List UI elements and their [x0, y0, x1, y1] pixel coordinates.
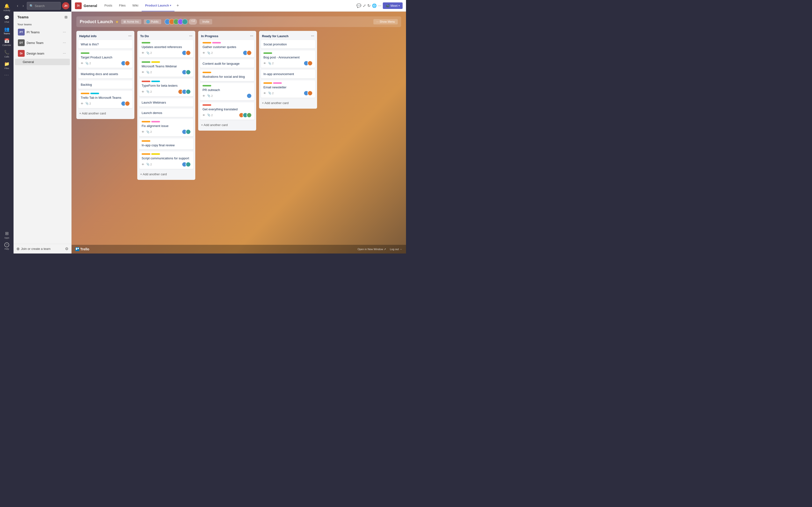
- tab-product-launch[interactable]: Product Launch ▾: [142, 0, 174, 11]
- chat-action-icon[interactable]: 💬: [356, 3, 361, 8]
- search-bar[interactable]: 🔍 Search: [27, 2, 61, 10]
- column-to-do-more[interactable]: ···: [189, 34, 192, 38]
- nav-forward-button[interactable]: ›: [21, 3, 25, 9]
- sidebar-item-teams[interactable]: 👥 Teams: [1, 25, 12, 36]
- card-content-audit[interactable]: Content audit for language: [200, 59, 254, 68]
- label-orange: [81, 93, 89, 94]
- sidebar-item-calendar[interactable]: 📅 Calendar: [1, 37, 12, 48]
- teams-panel: ‹ › 🔍 Search JH Teams ⊟ Your teams PT PI…: [13, 0, 71, 253]
- demo-team-more-button[interactable]: ···: [62, 40, 67, 45]
- column-in-progress-header: In Progress ···: [200, 33, 254, 40]
- label-yellow: [151, 153, 160, 155]
- label-teal: [151, 80, 160, 82]
- channel-item-general[interactable]: General: [15, 59, 70, 65]
- tab-files[interactable]: Files: [115, 0, 129, 11]
- sidebar-item-calls[interactable]: 📞 Calls: [1, 48, 12, 59]
- card-backlog[interactable]: Backlog: [78, 80, 133, 89]
- team-item-design-team[interactable]: Dr Design team ···: [15, 48, 70, 59]
- tab-wiki[interactable]: Wiki: [129, 0, 142, 11]
- card-ms-teams-webinar[interactable]: Microsoft Teams Webinar 👁 📎2: [139, 59, 193, 77]
- card-target-product-launch[interactable]: Target Product Launch 👁 📎2: [78, 50, 133, 68]
- card-gather-quotes[interactable]: Gather customer quotes 👁 📎2: [200, 40, 254, 57]
- column-ready-more[interactable]: ···: [311, 34, 314, 38]
- card-avatar: [307, 91, 313, 96]
- filter-icon[interactable]: ⊟: [64, 15, 67, 19]
- sidebar-item-chat[interactable]: 💬 Chat: [1, 13, 12, 24]
- open-window-link[interactable]: Open in New Window ↗: [357, 248, 386, 251]
- team-item-pi-teams[interactable]: PT PI Teams ···: [15, 27, 70, 38]
- card-get-translated[interactable]: Get everything translated 👁 📎2: [200, 102, 254, 120]
- tab-dropdown-icon: ▾: [170, 4, 171, 7]
- team-item-demo-team[interactable]: DT Demo Team ···: [15, 38, 70, 48]
- join-team-button[interactable]: ⊕ Join or create a team: [16, 246, 51, 251]
- add-card-to-do[interactable]: + Add another card: [139, 171, 193, 177]
- label-red: [203, 104, 211, 106]
- video-icon: 📹: [386, 4, 390, 7]
- design-team-more-button[interactable]: ···: [62, 51, 67, 56]
- label-green: [142, 42, 150, 44]
- meet-button[interactable]: 📹 Meet ▾: [383, 2, 403, 9]
- sidebar-item-help[interactable]: ? Help: [1, 241, 12, 251]
- label-green: [263, 52, 272, 54]
- card-attach: 📎2: [85, 102, 91, 105]
- column-ready-for-launch: Ready for Launch ··· Social promotion Bo…: [259, 31, 317, 109]
- sidebar-item-more[interactable]: ···: [1, 71, 12, 79]
- channel-name: General: [84, 4, 97, 8]
- card-avatar: [186, 162, 191, 167]
- add-card-ready-for-launch[interactable]: + Add another card: [261, 100, 315, 106]
- card-script-comms[interactable]: Script communications for support 👁 📎2: [139, 151, 193, 169]
- card-marketing-docs[interactable]: Marketing docs and assets: [78, 70, 133, 78]
- card-avatar: [186, 129, 191, 134]
- demo-team-name: Demo Team: [27, 41, 62, 45]
- column-helpful-info-more[interactable]: ···: [128, 34, 132, 38]
- add-card-helpful-info[interactable]: + Add another card: [78, 110, 133, 117]
- your-teams-label: Your teams: [13, 21, 71, 27]
- workspace-icon: ⊞: [123, 20, 126, 23]
- teams-icon: 👥: [4, 26, 9, 32]
- label-teal: [90, 93, 99, 94]
- add-card-in-progress[interactable]: + Add another card: [200, 122, 254, 128]
- card-meta: 👁 📎2: [81, 61, 130, 66]
- card-typeform[interactable]: TypeForm for beta testers 👁 📎2: [139, 79, 193, 96]
- sidebar-item-activity[interactable]: 🔔 Activity: [1, 2, 12, 13]
- more-icon: ···: [4, 73, 9, 77]
- label-pink: [212, 42, 221, 44]
- channel-header: Dt General Posts Files Wiki Product Laun…: [71, 0, 406, 12]
- logout-link[interactable]: Log out →: [390, 248, 402, 251]
- card-fix-alignment[interactable]: Fix alignment issue 👁 📎2: [139, 119, 193, 136]
- add-tab-button[interactable]: +: [174, 3, 181, 8]
- card-avatar: [247, 50, 252, 56]
- user-avatar[interactable]: JH: [62, 2, 69, 9]
- board-star-icon[interactable]: ★: [115, 19, 119, 24]
- show-menu-button[interactable]: ··· Show Menu: [373, 19, 398, 24]
- label-orange: [142, 153, 150, 155]
- sidebar-item-apps[interactable]: ⊞ Apps: [1, 229, 12, 240]
- card-email-newsletter[interactable]: Email newsletter 👁 📎2: [261, 80, 315, 98]
- card-launch-webinars[interactable]: Launch Webinars: [139, 98, 193, 107]
- column-in-progress-more[interactable]: ···: [250, 34, 253, 38]
- card-bog-post[interactable]: Bog post - Announcement 👁 📎2: [261, 50, 315, 68]
- invite-button[interactable]: Invite: [199, 19, 212, 24]
- card-what-is-this[interactable]: What is this?: [78, 40, 133, 49]
- globe-icon[interactable]: 🌐: [372, 3, 377, 8]
- pi-teams-more-button[interactable]: ···: [62, 30, 67, 35]
- card-illustrations[interactable]: Illustrations for social and blog: [200, 70, 254, 81]
- card-in-app-announcement[interactable]: In-app announcement: [261, 70, 315, 78]
- card-launch-demos[interactable]: Launch demos: [139, 109, 193, 117]
- refresh-icon[interactable]: ↻: [367, 3, 370, 8]
- expand-icon[interactable]: ⤢: [363, 3, 366, 8]
- more-options-icon[interactable]: ···: [378, 4, 382, 8]
- tab-posts[interactable]: Posts: [101, 0, 116, 11]
- sidebar-item-files[interactable]: 📁 Files: [1, 60, 12, 71]
- settings-icon[interactable]: ⚙: [65, 246, 68, 251]
- nav-back-button[interactable]: ‹: [15, 3, 19, 9]
- label-pink: [151, 121, 160, 122]
- board-title: Product Launch: [80, 19, 113, 24]
- lock-icon: 🌐: [146, 20, 150, 23]
- card-pr-outreach[interactable]: PR outreach 👁 📎2: [200, 83, 254, 101]
- card-in-app-copy[interactable]: In-app copy final review: [139, 138, 193, 150]
- card-social-promotion[interactable]: Social promotion: [261, 40, 315, 49]
- design-team-avatar: Dr: [18, 50, 24, 57]
- card-trello-tab[interactable]: Trello Tab in Microsoft Teams 👁 📎2: [78, 91, 133, 108]
- card-updates-assorted[interactable]: Updates assorted references 👁 📎2: [139, 40, 193, 57]
